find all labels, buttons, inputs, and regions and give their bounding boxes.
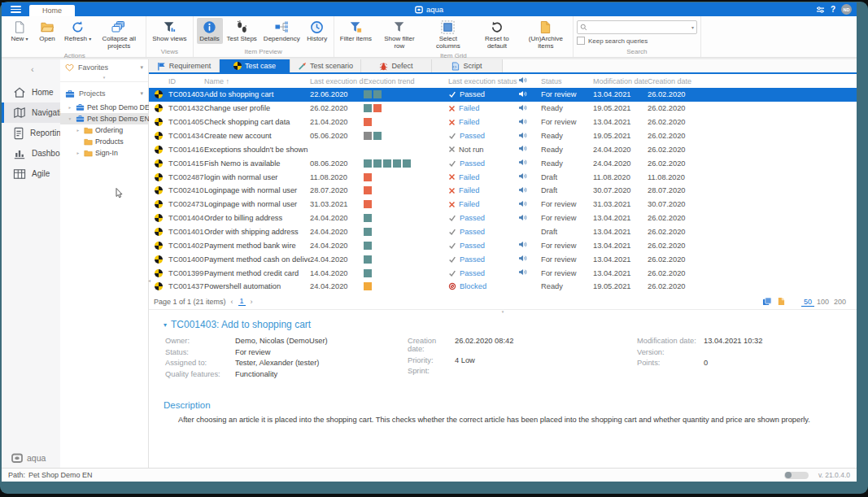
column-header-id[interactable]: ID [168, 77, 204, 85]
test-steps-button[interactable]: Test Steps [225, 18, 260, 44]
filter-items-button[interactable]: Filter items [338, 18, 374, 44]
cell-status: For review [541, 118, 593, 126]
field-label: Priority: [408, 356, 455, 364]
detail-field-points: Points:0 [637, 359, 762, 367]
field-value: Functionality [235, 370, 277, 378]
tab-test-case[interactable]: Test case [220, 59, 290, 72]
tab-defect[interactable]: Defect [361, 59, 432, 72]
cell-creation-date: 26.02.2020 [648, 146, 704, 154]
expander-icon[interactable]: ▸ [75, 150, 81, 155]
history-button[interactable]: History [304, 18, 330, 44]
collapse-all-projects-button[interactable]: Collapse all projects [95, 18, 142, 51]
sidebar-item-agile[interactable]: Agile [2, 163, 60, 184]
collapse-details-icon[interactable]: ▾ [164, 321, 167, 329]
cell-execution-trend [364, 200, 448, 208]
table-row-TC002487[interactable]: TC002487login with normal user11.08.2020… [149, 170, 857, 184]
dependency-button[interactable]: Dependency [261, 18, 303, 44]
open-button[interactable]: Open [34, 18, 60, 44]
archive-box-icon[interactable] [777, 297, 785, 306]
search-box[interactable]: ▾ [577, 20, 697, 34]
table-row-TC001415[interactable]: TC001415Fish Nemo is available08.06.2020… [149, 156, 857, 170]
expander-icon[interactable]: ▸ [67, 105, 73, 110]
expander-icon[interactable]: ▾ [67, 116, 73, 121]
panel-splitter-arrow[interactable]: ◂ [148, 277, 150, 283]
table-row-TC001404[interactable]: TC001404Order to billing address24.04.20… [149, 211, 857, 225]
settings-sliders-icon[interactable] [816, 6, 825, 14]
page-size-100[interactable]: 100 [814, 298, 831, 306]
favorites-splitter[interactable]: ▾ [60, 76, 148, 82]
search-dropdown-caret[interactable]: ▾ [691, 24, 694, 30]
page-size-200[interactable]: 200 [831, 298, 848, 306]
more-options-icon[interactable]: ⋮ [139, 116, 146, 123]
column-header-modification-date[interactable]: Modification date [593, 77, 648, 85]
cell-creation-date: 28.07.2020 [648, 186, 704, 194]
column-header-execution-trend[interactable]: Execution trend [364, 77, 448, 85]
details-title-row[interactable]: ▾ TC001403: Add to shopping cart [164, 319, 857, 330]
collapse-projects-icon [111, 20, 126, 34]
search-input[interactable] [590, 23, 689, 33]
next-page-button[interactable]: › [251, 298, 253, 306]
status-label: Passed [460, 90, 485, 98]
select-columns-button[interactable]: Select columns [425, 18, 472, 51]
new-button[interactable]: New ▾ [7, 18, 33, 44]
column-header-name[interactable]: Name ↑ [204, 77, 310, 85]
table-row-TC001401[interactable]: TC001401Order with shipping address24.04… [149, 225, 857, 239]
tab-test-scenario[interactable]: Test scenario [290, 59, 361, 72]
show-views-button[interactable]: Show views [150, 18, 189, 44]
keep-search-queries[interactable]: Keep search queries [577, 37, 697, 45]
ribbon-tab-home[interactable]: Home [29, 5, 75, 16]
column-header-last-execution-status[interactable]: Last execution status [448, 77, 518, 85]
table-row-TC001432[interactable]: TC001432Change user profile26.02.2020Fai… [149, 102, 857, 116]
reset-to-default-button[interactable]: Reset to default [473, 18, 521, 51]
column-header-creation-date[interactable]: Creation date [648, 77, 704, 85]
details-button[interactable]: Details [197, 18, 223, 44]
table-row-TC001405[interactable]: TC001405Check shopping cart data21.04.20… [149, 116, 857, 129]
status-toggle[interactable] [784, 472, 809, 479]
avatar[interactable]: ND [841, 4, 852, 15]
table-row-TC001437[interactable]: TC001437Powershell automation24.04.2020B… [149, 280, 857, 294]
sidebar-item-dashboard[interactable]: Dashboard [2, 143, 60, 163]
tree-node-ordering[interactable]: ▸Ordering [60, 124, 148, 136]
app-window: Home aqua ? ND New ▾OpenRefresh ▾Collaps… [2, 2, 857, 482]
help-icon[interactable]: ? [831, 6, 835, 14]
table-row-TC001400[interactable]: TC001400Payment method cash on delivery2… [149, 252, 857, 266]
test-case-icon [155, 255, 163, 264]
tree-node-pet-shop-demo-en[interactable]: ▾Pet Shop Demo EN⋮ [60, 113, 148, 124]
details-title: TC001403: Add to shopping cart [171, 319, 311, 330]
refresh-icon [71, 20, 85, 34]
column-header-last-execution-da[interactable]: Last execution da... [310, 77, 364, 85]
menu-button[interactable] [2, 2, 29, 16]
table-row-TC002410[interactable]: TC002410Loginpage with normal user28.07.… [149, 184, 857, 198]
page-number[interactable]: 1 [238, 297, 246, 306]
sidebar-item-home[interactable]: Home [2, 82, 60, 102]
keep-search-checkbox[interactable] [577, 37, 585, 45]
refresh-button[interactable]: Refresh ▾ [62, 18, 94, 44]
tab-requirement[interactable]: Requirement [149, 59, 220, 72]
sidebar-collapse-button[interactable]: ‹ [2, 59, 60, 82]
cell-id: TC001401 [168, 228, 204, 236]
field-label: Sprint: [408, 367, 455, 375]
tree-node-pet-shop-demo-de[interactable]: ▸Pet Shop Demo DE [60, 102, 148, 113]
expander-icon[interactable]: ▸ [75, 128, 81, 133]
projects-header[interactable]: Projects ▾ [60, 85, 148, 102]
table-row-TC001434[interactable]: TC001434Create new account05.06.2020Pass… [149, 129, 857, 143]
prev-page-button[interactable]: ‹ [231, 298, 233, 306]
table-row-TC002473[interactable]: TC002473Loginpage with normal user31.03.… [149, 198, 857, 211]
tree-node-sign-in[interactable]: ▸Sign-In [60, 147, 148, 159]
un-archive-items-button[interactable]: (Un)Archive items [522, 18, 569, 51]
cell-id: TC001400 [168, 255, 204, 264]
favorites-header[interactable]: Favorites ▾ [60, 59, 148, 76]
table-row-TC001403[interactable]: TC001403Add to shopping cart22.06.2020Pa… [149, 88, 857, 102]
copy-pages-icon[interactable] [762, 297, 772, 306]
page-size-50[interactable]: 50 [801, 298, 814, 307]
tab-script[interactable]: Script [432, 59, 503, 72]
table-row-TC001416[interactable]: TC001416Exceptions shouldn't be shown to… [149, 142, 857, 156]
table-row-TC001402[interactable]: TC001402Payment method bank wire24.04.20… [149, 238, 857, 252]
sidebar-item-reporting[interactable]: Reporting [2, 123, 60, 143]
column-header-status[interactable]: Status [541, 77, 593, 85]
flag-column-header[interactable] [518, 76, 541, 85]
show-filter-row-button[interactable]: Show filter row [376, 18, 423, 51]
sidebar-item-navigation[interactable]: Navigation [2, 102, 60, 123]
tree-node-products[interactable]: Products [60, 136, 148, 147]
table-row-TC001399[interactable]: TC001399Payment method credit card14.04.… [149, 266, 857, 280]
